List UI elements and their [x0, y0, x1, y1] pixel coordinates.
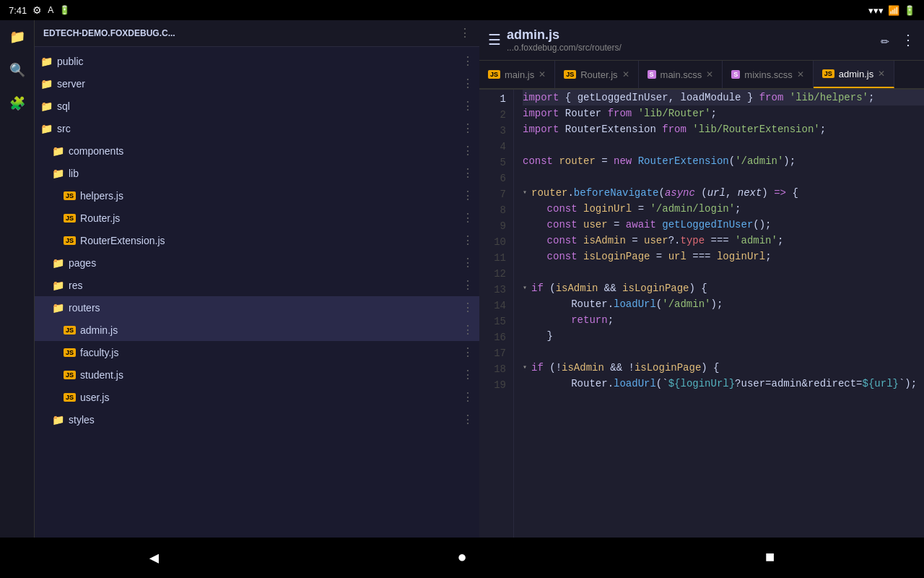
tree-item-helpers-js[interactable]: JS helpers.js ⋮ [35, 184, 479, 207]
tree-item-router-js[interactable]: JS Router.js ⋮ [35, 207, 479, 229]
code-line [523, 169, 924, 185]
tree-item-routers[interactable]: 📁 routers ⋮ [35, 296, 479, 319]
item-menu-icon[interactable]: ⋮ [462, 99, 474, 113]
item-menu-icon[interactable]: ⋮ [462, 301, 474, 314]
tab-main-scss[interactable]: S main.scss ✕ [639, 61, 723, 88]
folder-icon: 📁 [52, 414, 64, 426]
settings-icon: ⚙ [32, 4, 42, 16]
folder-icon: 📁 [52, 168, 64, 179]
tab-mixins-scss[interactable]: S mixins.scss ✕ [723, 61, 813, 88]
code-line [523, 137, 924, 153]
edit-icon[interactable]: ✏️ [881, 31, 889, 49]
code-line: } [523, 328, 924, 344]
item-menu-icon[interactable]: ⋮ [462, 413, 474, 426]
tab-close-icon[interactable]: ✕ [706, 69, 713, 79]
item-menu-icon[interactable]: ⋮ [462, 144, 474, 158]
code-content[interactable]: import { getLoggedInUser , loadModule } … [514, 90, 924, 538]
tree-item-student-js[interactable]: JS student.js ⋮ [35, 363, 479, 386]
home-button[interactable]: ● [440, 543, 484, 572]
battery-icon: 🔋 [59, 5, 70, 15]
item-menu-icon[interactable]: ⋮ [462, 323, 474, 337]
item-menu-icon[interactable]: ⋮ [462, 77, 474, 90]
tree-item-server[interactable]: 📁 server ⋮ [35, 72, 479, 95]
line-number: 12 [479, 264, 513, 280]
extensions-icon[interactable]: 🧩 [6, 92, 28, 114]
project-header: EDTECH-DEMO.FOXDEBUG.C... ⋮ [35, 20, 479, 47]
item-menu-icon[interactable]: ⋮ [462, 121, 474, 135]
tabs-bar: JS main.js ✕ JS Router.js ✕ S main.scss … [479, 61, 924, 90]
code-line: ▾ if ( isAdmin && isLoginPage ) { [523, 280, 924, 296]
tree-item-label: sql [57, 100, 70, 112]
line-number: 1 [479, 90, 513, 105]
folder-icon: 📁 [40, 100, 53, 112]
code-area[interactable]: 1 2 3 4 5 6 7 8 9 10 11 12 13 14 15 16 1… [479, 90, 924, 538]
tab-router-js[interactable]: JS Router.js ✕ [555, 61, 638, 88]
tree-item-pages[interactable]: 📁 pages ⋮ [35, 251, 479, 274]
tree-item-label: server [57, 78, 85, 90]
tab-main-js[interactable]: JS main.js ✕ [479, 61, 555, 88]
js-badge: JS [64, 393, 76, 402]
item-menu-icon[interactable]: ⋮ [462, 278, 474, 292]
tree-item-routerextension-js[interactable]: JS RouterExtension.js ⋮ [35, 229, 479, 251]
code-line: const router = new RouterExtension ( '/a… [523, 153, 924, 169]
code-line [523, 344, 924, 360]
code-line: import RouterExtension from 'lib/RouterE… [523, 121, 924, 137]
tree-item-label: public [57, 56, 84, 67]
item-menu-icon[interactable]: ⋮ [462, 54, 474, 68]
line-number: 8 [479, 201, 513, 217]
line-number: 6 [479, 169, 513, 185]
line-number: 17 [479, 344, 513, 360]
item-menu-icon[interactable]: ⋮ [462, 345, 474, 359]
tree-item-src[interactable]: 📁 src ⋮ [35, 117, 479, 139]
item-menu-icon[interactable]: ⋮ [462, 233, 474, 247]
tab-close-icon[interactable]: ✕ [622, 69, 629, 79]
tab-close-icon[interactable]: ✕ [539, 69, 546, 79]
item-menu-icon[interactable]: ⋮ [462, 390, 474, 404]
code-line: import Router from 'lib/Router' ; [523, 105, 924, 121]
tab-close-icon[interactable]: ✕ [878, 69, 885, 79]
back-button[interactable]: ◀ [132, 543, 175, 572]
hamburger-menu-icon[interactable]: ☰ [488, 31, 501, 49]
line-number: 9 [479, 217, 513, 233]
line-number: 2 [479, 105, 513, 121]
code-line: Router . loadUrl (` ${loginUrl} ?user=ad… [523, 376, 924, 392]
tree-item-public[interactable]: 📁 public ⋮ [35, 50, 479, 72]
tree-item-lib[interactable]: 📁 lib ⋮ [35, 162, 479, 184]
project-menu-icon[interactable]: ⋮ [459, 26, 471, 40]
js-badge: JS [64, 214, 76, 223]
js-badge: JS [564, 70, 576, 79]
more-options-icon[interactable]: ⋮ [901, 31, 915, 49]
tree-item-components[interactable]: 📁 components ⋮ [35, 139, 479, 162]
file-tree-sidebar: EDTECH-DEMO.FOXDEBUG.C... ⋮ 📁 public ⋮ 📁… [35, 20, 479, 538]
code-line: ▾ router . beforeNavigate ( async ( url … [523, 185, 924, 201]
js-badge: JS [64, 348, 76, 357]
folder-icon: 📁 [40, 123, 53, 134]
folder-icon: 📁 [40, 56, 53, 67]
recent-button[interactable]: ■ [749, 543, 792, 572]
tree-item-user-js[interactable]: JS user.js ⋮ [35, 386, 479, 408]
tree-item-faculty-js[interactable]: JS faculty.js ⋮ [35, 341, 479, 363]
tab-label: admin.js [839, 69, 873, 79]
files-icon[interactable]: 📁 [6, 26, 28, 48]
search-icon[interactable]: 🔍 [6, 59, 28, 81]
tree-item-res[interactable]: 📁 res ⋮ [35, 274, 479, 296]
item-menu-icon[interactable]: ⋮ [462, 189, 474, 202]
tab-close-icon[interactable]: ✕ [797, 69, 804, 79]
tree-item-label: routers [69, 302, 100, 314]
editor-header-icons: ✏️ ⋮ [881, 31, 915, 49]
item-menu-icon[interactable]: ⋮ [462, 368, 474, 381]
js-badge: JS [488, 70, 500, 79]
item-menu-icon[interactable]: ⋮ [462, 166, 474, 180]
item-menu-icon[interactable]: ⋮ [462, 211, 474, 225]
line-number: 15 [479, 312, 513, 328]
line-number: 7 [479, 185, 513, 201]
battery-level-icon: 🔋 [904, 5, 915, 16]
status-bar: 7:41 ⚙ A 🔋 ▾▾▾ 📶 🔋 [0, 0, 924, 20]
code-line: Router . loadUrl ( '/admin' ); [523, 296, 924, 312]
tree-item-admin-js[interactable]: JS admin.js ⋮ [35, 319, 479, 341]
item-menu-icon[interactable]: ⋮ [462, 256, 474, 269]
tree-item-styles[interactable]: 📁 styles ⋮ [35, 408, 479, 431]
tab-admin-js[interactable]: JS admin.js ✕ [814, 61, 894, 88]
tree-item-sql[interactable]: 📁 sql ⋮ [35, 95, 479, 117]
code-line: ▾ if (! isAdmin && ! isLoginPage ) { [523, 360, 924, 376]
